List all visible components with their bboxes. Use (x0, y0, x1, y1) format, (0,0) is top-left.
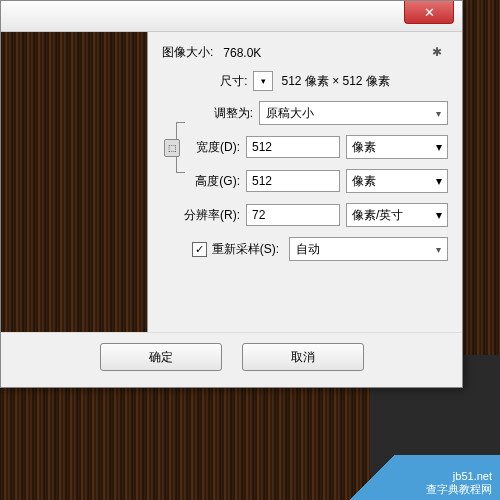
chevron-down-icon: ▾ (436, 108, 441, 119)
ok-button[interactable]: 确定 (100, 343, 222, 371)
watermark-url: jb51.net (453, 470, 492, 482)
link-icon: ⬚ (168, 143, 177, 153)
height-label: 高度(G): (182, 173, 240, 190)
controls-panel: 图像大小: 768.0K ✱ 尺寸: ▾ 512 像素 × 512 像素 调整为… (148, 32, 462, 332)
resolution-input[interactable]: 72 (246, 204, 340, 226)
image-size-row: 图像大小: 768.0K ✱ (162, 44, 448, 61)
resample-row: ✓ 重新采样(S): 自动 ▾ (162, 237, 448, 261)
gear-icon[interactable]: ✱ (432, 45, 448, 61)
height-row: 高度(G): 512 像素 ▾ (182, 169, 448, 193)
dialog-body: 图像大小: 768.0K ✱ 尺寸: ▾ 512 像素 × 512 像素 调整为… (1, 32, 462, 332)
dimensions-value: 512 像素 × 512 像素 (281, 73, 389, 90)
close-button[interactable]: ✕ (404, 1, 454, 24)
width-label: 宽度(D): (182, 139, 240, 156)
dimensions-unit-dropdown[interactable]: ▾ (253, 71, 273, 91)
resolution-row: 分辨率(R): 72 像素/英寸 ▾ (162, 203, 448, 227)
dialog-titlebar: ✕ (1, 1, 462, 32)
width-unit-value: 像素 (352, 139, 376, 156)
resample-label: 重新采样(S): (212, 241, 279, 258)
close-icon: ✕ (424, 5, 435, 20)
width-unit-select[interactable]: 像素 ▾ (346, 135, 448, 159)
image-size-value: 768.0K (223, 46, 261, 60)
chevron-down-icon: ▾ (436, 140, 442, 154)
adjust-to-label: 调整为: (214, 105, 253, 122)
chevron-down-icon: ▾ (436, 244, 441, 255)
watermark: jb51.net 查字典教程网 (330, 455, 500, 500)
image-size-dialog: ✕ 图像大小: 768.0K ✱ 尺寸: ▾ 512 像素 × 512 像素 调… (0, 0, 463, 388)
width-row: 宽度(D): 512 像素 ▾ (182, 135, 448, 159)
button-row: 确定 取消 (1, 332, 462, 387)
watermark-text: 查字典教程网 (426, 482, 492, 497)
preview-thumbnail[interactable] (1, 32, 148, 332)
preset-value: 原稿大小 (266, 105, 314, 122)
image-size-label: 图像大小: (162, 44, 213, 61)
resolution-label: 分辨率(R): (162, 207, 240, 224)
resample-checkbox[interactable]: ✓ (192, 242, 207, 257)
chevron-down-icon: ▾ (261, 76, 266, 86)
dimension-group: 宽度(D): 512 像素 ▾ 高度(G): 512 像素 ▾ (162, 135, 448, 193)
check-icon: ✓ (195, 243, 204, 256)
dimensions-label: 尺寸: (220, 73, 247, 90)
resolution-unit-value: 像素/英寸 (352, 207, 403, 224)
height-unit-value: 像素 (352, 173, 376, 190)
resample-method-value: 自动 (296, 241, 320, 258)
height-input[interactable]: 512 (246, 170, 340, 192)
cancel-button[interactable]: 取消 (242, 343, 364, 371)
chevron-down-icon: ▾ (436, 174, 442, 188)
width-input[interactable]: 512 (246, 136, 340, 158)
constrain-proportions-icon[interactable]: ⬚ (164, 139, 180, 157)
adjust-to-row: 调整为: 原稿大小 ▾ (162, 101, 448, 125)
resample-method-select[interactable]: 自动 ▾ (289, 237, 448, 261)
dimensions-row: 尺寸: ▾ 512 像素 × 512 像素 (162, 71, 448, 91)
resolution-unit-select[interactable]: 像素/英寸 ▾ (346, 203, 448, 227)
chevron-down-icon: ▾ (436, 208, 442, 222)
height-unit-select[interactable]: 像素 ▾ (346, 169, 448, 193)
preset-select[interactable]: 原稿大小 ▾ (259, 101, 448, 125)
